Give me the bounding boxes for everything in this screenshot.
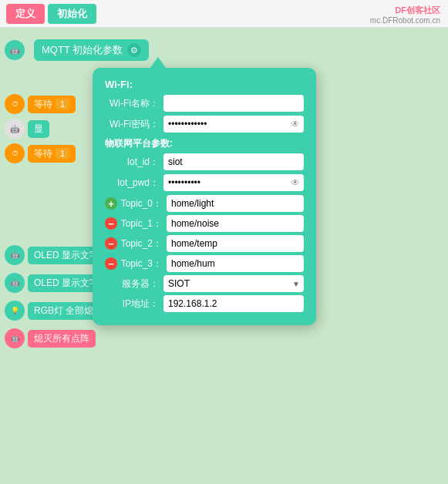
topic-0-input[interactable] [167,195,304,212]
topic-0-add-btn[interactable]: + [105,197,117,210]
display-icon: 🤖 [5,119,25,139]
matrix-label: 熄灭所有点阵 [34,332,89,345]
oled-icon-1: 🤖 [5,245,25,265]
topic-3-remove-btn[interactable]: − [105,257,117,270]
topic-2-label: Topic_2： [120,237,162,250]
tab-init[interactable]: 初始化 [48,4,96,24]
wifi-pwd-label: Wi-Fi密码： [105,118,159,131]
server-row: 服务器： SIOT 其他 ▼ [105,275,304,292]
topic-3-row: − Topic_3： [105,255,304,272]
wait-block-2: 等待 1 [28,145,76,163]
wifi-section-title: Wi-Fi: [105,79,304,90]
topic-0-label: Topic_0： [120,197,162,210]
topic-1-row: − Topic_1： [105,215,304,232]
rgb-icon: 💡 [5,301,25,321]
brand-name: DF创客社区 [370,5,440,16]
iot-pwd-wrapper: 👁 [163,174,304,191]
iot-eye-icon[interactable]: 👁 [291,177,300,188]
topic-1-remove-btn[interactable]: − [105,217,117,230]
topic-3-input[interactable] [167,255,304,272]
tab-define[interactable]: 定义 [6,4,45,24]
ip-input[interactable] [163,295,304,312]
iot-id-row: Iot_id： [105,153,304,170]
wait-label-1: 等待 [34,98,52,111]
mqtt-block[interactable]: MQTT 初始化参数 ⚙ [34,39,149,61]
topic-2-remove-btn[interactable]: − [105,237,117,250]
iot-pwd-input[interactable] [163,174,304,191]
brand-sub: mc.DFRobot.com.cn [370,16,440,25]
topic-1-input[interactable] [167,215,304,232]
wifi-pwd-row: Wi-Fi密码： 👁 [105,116,304,133]
mqtt-popup: Wi-Fi: Wi-Fi名称： Wi-Fi密码： 👁 物联网平台参数: Iot_… [93,68,316,325]
display-label: 显 [34,123,43,136]
server-label: 服务器： [105,277,159,291]
wifi-pwd-input[interactable] [163,116,304,133]
top-bar: 定义 初始化 DF创客社区 mc.DFRobot.com.cn [0,0,448,28]
oled-label-2: OLED 显示文字 [34,277,99,290]
oled-label-1: OLED 显示文字 [34,249,99,262]
matrix-icon: 🤖 [5,328,25,348]
ip-label: IP地址： [105,297,159,311]
iot-id-label: Iot_id： [105,156,159,169]
brand: DF创客社区 mc.DFRobot.com.cn [370,5,440,25]
iot-section-title: 物联网平台参数: [105,137,304,150]
ip-row: IP地址： [105,295,304,312]
wait-block-1: 等待 1 [28,96,76,113]
topic-0-row: + Topic_0： [105,195,304,212]
wifi-eye-icon[interactable]: 👁 [291,119,300,129]
matrix-row: 🤖 熄灭所有点阵 [0,326,448,351]
mqtt-icon: 🤖 [5,40,25,60]
iot-pwd-label: Iot_pwd： [105,176,159,190]
content-area: 🤖 MQTT 初始化参数 ⚙ 坐标x 8 y 16 ⏱ 等待 1 [0,28,448,484]
wait-icon-1: ⏱ [5,94,25,114]
topic-2-input[interactable] [167,235,304,252]
mqtt-block-row: 🤖 MQTT 初始化参数 ⚙ [0,32,448,68]
wait-num-2: 1 [56,148,69,159]
server-select[interactable]: SIOT 其他 [163,275,304,292]
wifi-name-input[interactable] [163,95,304,112]
wifi-pwd-wrapper: 👁 [163,116,304,133]
iot-id-input[interactable] [163,153,304,170]
display-block: 显 [28,120,49,138]
wait-num-1: 1 [56,99,69,109]
oled-icon-2: 🤖 [5,273,25,293]
topic-2-row: − Topic_2： [105,235,304,252]
wifi-name-label: Wi-Fi名称： [105,97,159,110]
wifi-name-row: Wi-Fi名称： [105,95,304,112]
server-select-wrapper: SIOT 其他 ▼ [163,275,304,292]
iot-pwd-row: Iot_pwd： 👁 [105,174,304,191]
mqtt-label: MQTT 初始化参数 [42,43,123,57]
matrix-block: 熄灭所有点阵 [28,330,96,348]
topic-3-label: Topic_3： [120,257,162,271]
wait-label-2: 等待 [34,147,52,160]
popup-notch [150,57,166,68]
gear-icon[interactable]: ⚙ [127,43,141,57]
topic-1-label: Topic_1： [120,217,162,230]
wait-icon-2: ⏱ [5,143,25,163]
